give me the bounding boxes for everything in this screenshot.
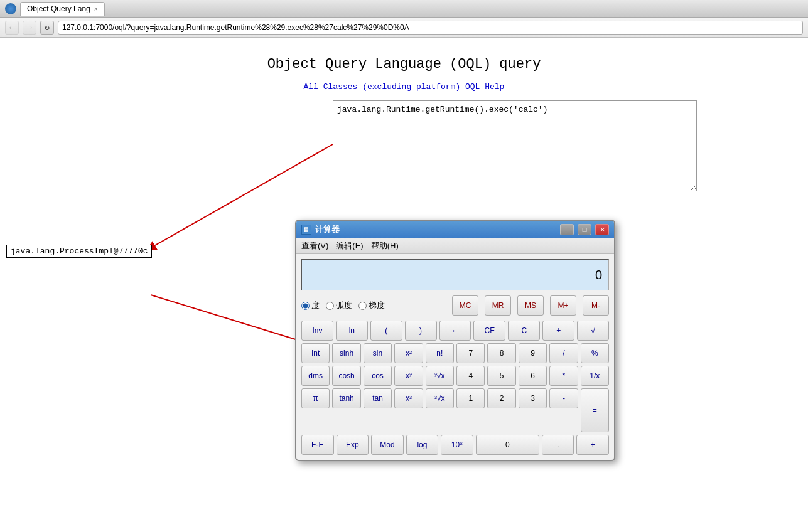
calc-btn-decimal[interactable]: . bbox=[542, 435, 574, 455]
calc-btn-mr[interactable]: MR bbox=[485, 295, 511, 316]
all-classes-link[interactable]: All Classes (excluding platform) bbox=[304, 82, 461, 92]
calc-btn-plusminus[interactable]: ± bbox=[542, 321, 574, 341]
calc-btn-reciprocal[interactable]: 1/x bbox=[581, 366, 609, 386]
page-title: Object Query Language (OQL) query bbox=[25, 56, 783, 72]
calc-close-button[interactable]: ✕ bbox=[595, 224, 609, 235]
calc-btn-c[interactable]: C bbox=[508, 321, 540, 341]
calc-btn-mc[interactable]: MC bbox=[452, 295, 478, 316]
calc-icon: 🖩 bbox=[301, 225, 311, 235]
calc-btn-ln[interactable]: ln bbox=[336, 321, 368, 341]
calc-btn-tan[interactable]: tan bbox=[364, 388, 392, 408]
calc-menubar: 查看(V) 编辑(E) 帮助(H) bbox=[296, 238, 614, 254]
calc-btn-rparen[interactable]: ) bbox=[405, 321, 437, 341]
back-button[interactable]: ← bbox=[5, 21, 19, 35]
calc-btn-backspace[interactable]: ← bbox=[439, 321, 471, 341]
calc-btn-cos[interactable]: cos bbox=[364, 366, 392, 386]
calc-btn-inv[interactable]: Inv bbox=[301, 321, 333, 341]
browser-logo-icon bbox=[5, 3, 16, 14]
calc-btn-sinh[interactable]: sinh bbox=[332, 343, 360, 363]
result-text: java.lang.ProcessImpl@77770c bbox=[11, 247, 148, 256]
calc-btn-9[interactable]: 9 bbox=[519, 343, 547, 363]
calc-btn-mminus[interactable]: M- bbox=[583, 295, 609, 316]
calc-btn-factorial[interactable]: n! bbox=[426, 343, 454, 363]
calc-btn-dms[interactable]: dms bbox=[301, 366, 330, 386]
oql-help-link[interactable]: OQL Help bbox=[465, 82, 504, 92]
calc-btn-ce[interactable]: CE bbox=[473, 321, 505, 341]
calc-display: 0 bbox=[301, 259, 609, 290]
calc-btn-7[interactable]: 7 bbox=[456, 343, 485, 363]
calc-btn-8[interactable]: 8 bbox=[487, 343, 515, 363]
calc-btn-fe[interactable]: F-E bbox=[301, 435, 334, 455]
calc-btn-divide[interactable]: / bbox=[549, 343, 578, 363]
calc-btn-6[interactable]: 6 bbox=[519, 366, 547, 386]
calc-btn-4[interactable]: 4 bbox=[456, 366, 485, 386]
calc-btn-0[interactable]: 0 bbox=[476, 435, 539, 455]
calc-btn-plus[interactable]: + bbox=[576, 435, 609, 455]
result-box: java.lang.ProcessImpl@77770c bbox=[6, 245, 152, 258]
svg-line-2 bbox=[151, 295, 314, 345]
forward-button[interactable]: → bbox=[23, 21, 36, 35]
radio-radian[interactable]: 弧度 bbox=[326, 300, 352, 311]
calc-button-grid: Inv ln ( ) ← CE C ± √ Int sinh sin x² n! bbox=[301, 321, 609, 455]
radio-degree[interactable]: 度 bbox=[301, 300, 320, 311]
calc-btn-sin[interactable]: sin bbox=[364, 343, 392, 363]
tab-bar: Object Query Lang × bbox=[20, 2, 105, 16]
calc-btn-cuberoot[interactable]: ³√x bbox=[426, 388, 454, 408]
calc-btn-1[interactable]: 1 bbox=[456, 388, 485, 408]
calc-btn-2[interactable]: 2 bbox=[487, 388, 515, 408]
calc-btn-5[interactable]: 5 bbox=[487, 366, 515, 386]
query-textarea[interactable]: java.lang.Runtime.getRuntime().exec('cal… bbox=[333, 100, 697, 191]
calc-row-1: Inv ln ( ) ← CE C ± √ bbox=[301, 321, 609, 341]
calc-display-value: 0 bbox=[595, 268, 602, 282]
calc-menu-edit[interactable]: 编辑(E) bbox=[336, 240, 363, 252]
browser-titlebar: Object Query Lang × bbox=[0, 0, 808, 18]
calc-btn-lparen[interactable]: ( bbox=[370, 321, 402, 341]
browser-toolbar: ← → ↻ bbox=[0, 18, 808, 38]
active-tab[interactable]: Object Query Lang × bbox=[20, 2, 105, 16]
calc-btn-sqrt[interactable]: √ bbox=[577, 321, 609, 341]
calc-titlebar: 🖩 计算器 ─ □ ✕ bbox=[296, 221, 614, 238]
calc-btn-x3[interactable]: x³ bbox=[394, 388, 423, 408]
calc-btn-multiply[interactable]: * bbox=[549, 366, 578, 386]
calc-btn-mplus[interactable]: M+ bbox=[550, 295, 576, 316]
calc-btn-3[interactable]: 3 bbox=[519, 388, 547, 408]
calc-btn-equals[interactable]: = bbox=[581, 388, 609, 432]
calc-btn-exp[interactable]: Exp bbox=[337, 435, 369, 455]
calc-btn-10x[interactable]: 10ˣ bbox=[441, 435, 473, 455]
address-bar[interactable] bbox=[58, 21, 803, 35]
calc-btn-mod[interactable]: Mod bbox=[371, 435, 404, 455]
calc-row-5: F-E Exp Mod log 10ˣ 0 . + bbox=[301, 435, 609, 455]
calc-btn-int[interactable]: Int bbox=[301, 343, 330, 363]
calc-menu-help[interactable]: 帮助(H) bbox=[371, 240, 399, 252]
page-content: Object Query Language (OQL) query All Cl… bbox=[0, 38, 808, 527]
calc-btn-percent[interactable]: % bbox=[581, 343, 609, 363]
calc-btn-minus[interactable]: - bbox=[549, 388, 578, 408]
calc-radio-row: 度 弧度 梯度 MC MR MS M+ M- bbox=[301, 295, 609, 316]
calc-btn-xy[interactable]: xʸ bbox=[394, 366, 423, 386]
calc-btn-x2[interactable]: x² bbox=[394, 343, 423, 363]
links-row: All Classes (excluding platform) OQL Hel… bbox=[25, 82, 783, 92]
calc-btn-pi[interactable]: π bbox=[301, 388, 330, 408]
tab-close-button[interactable]: × bbox=[94, 6, 98, 13]
refresh-button[interactable]: ↻ bbox=[40, 21, 54, 35]
calc-btn-cosh[interactable]: cosh bbox=[332, 366, 360, 386]
calculator-window: 🖩 计算器 ─ □ ✕ 查看(V) 编辑(E) 帮助(H) 0 度 弧度 bbox=[295, 220, 615, 461]
calc-btn-ms[interactable]: MS bbox=[517, 295, 544, 316]
calc-minimize-button[interactable]: ─ bbox=[560, 224, 574, 235]
calc-row-3: dms cosh cos xʸ ʸ√x 4 5 6 * 1/x bbox=[301, 366, 609, 386]
tab-title: Object Query Lang bbox=[27, 4, 90, 13]
calc-maximize-button[interactable]: □ bbox=[578, 224, 591, 235]
calc-title: 计算器 bbox=[315, 224, 556, 235]
calc-body: 度 弧度 梯度 MC MR MS M+ M- Inv ln bbox=[296, 293, 614, 460]
radio-gradient[interactable]: 梯度 bbox=[358, 300, 385, 311]
calc-row-2: Int sinh sin x² n! 7 8 9 / % bbox=[301, 343, 609, 363]
calc-btn-log[interactable]: log bbox=[406, 435, 439, 455]
calc-btn-yroot[interactable]: ʸ√x bbox=[426, 366, 454, 386]
calc-btn-tanh[interactable]: tanh bbox=[332, 388, 360, 408]
calc-menu-view[interactable]: 查看(V) bbox=[301, 240, 328, 252]
calc-row-4: π tanh tan x³ ³√x 1 2 3 - = bbox=[301, 388, 609, 432]
